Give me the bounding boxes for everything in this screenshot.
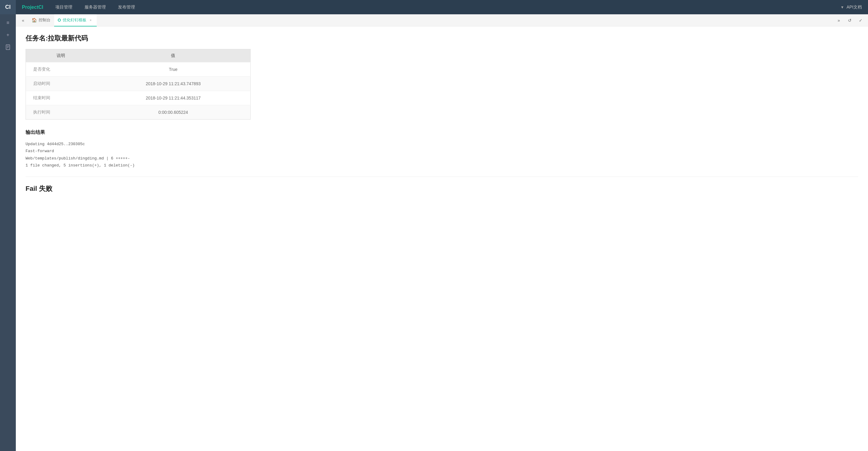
sidebar: ≡ + — [0, 14, 16, 451]
sidebar-docs-icon[interactable] — [0, 41, 16, 53]
row-label-changed: 是否变化 — [26, 62, 96, 77]
home-icon: 🏠 — [32, 18, 37, 23]
logo: CI — [0, 0, 16, 14]
output-content: Updating 4d44d25..230305c Fast-forward W… — [26, 141, 858, 177]
row-label-end: 结束时间 — [26, 91, 96, 105]
task-title: 任务名:拉取最新代码 — [26, 34, 858, 43]
main: « 🏠 控制台 优化钉钉模板 × » ↺ ✓ 任务名:拉取最新代码 — [16, 14, 868, 451]
table-row: 启动时间 2018-10-29 11:21:43.747893 — [26, 77, 251, 91]
tab-confirm-btn[interactable]: ✓ — [856, 16, 866, 25]
tab-close-btn[interactable]: × — [88, 18, 93, 23]
fail-title: Fail 失败 — [26, 184, 858, 193]
tab-dashboard-label: 控制台 — [39, 17, 51, 23]
tab-prev-btn[interactable]: « — [18, 16, 28, 25]
nav-item-release[interactable]: 发布管理 — [112, 0, 141, 14]
output-title: 输出结果 — [26, 129, 858, 136]
row-label-exec: 执行时间 — [26, 105, 96, 120]
svg-rect-0 — [6, 45, 10, 50]
nav-item-project[interactable]: 项目管理 — [49, 0, 79, 14]
api-docs-link[interactable]: API文档 — [846, 5, 862, 10]
row-value-end: 2018-10-29 11:21:44.353117 — [96, 91, 251, 105]
dropdown-icon[interactable]: ▼ — [841, 5, 844, 9]
tabbar: « 🏠 控制台 优化钉钉模板 × » ↺ ✓ — [16, 14, 868, 27]
tab-dashboard[interactable]: 🏠 控制台 — [28, 14, 54, 27]
layout: ≡ + « 🏠 控制台 优化钉钉模板 × » — [0, 14, 868, 451]
row-value-start: 2018-10-29 11:21:43.747893 — [96, 77, 251, 91]
sidebar-menu-icon[interactable]: ≡ — [0, 17, 16, 29]
output-line-1: Updating 4d44d25..230305c — [26, 141, 858, 148]
tabbar-right-actions: » ↺ ✓ — [834, 16, 868, 25]
nav-item-server[interactable]: 服务器管理 — [79, 0, 112, 14]
brand[interactable]: ProjectCI — [16, 5, 49, 10]
sidebar-add-icon[interactable]: + — [0, 29, 16, 41]
output-line-3: Web/templates/publish/dingding.md | 6 ++… — [26, 155, 858, 162]
table-row: 结束时间 2018-10-29 11:21:44.353117 — [26, 91, 251, 105]
circle-icon — [58, 19, 61, 22]
table-row: 是否变化 True — [26, 62, 251, 77]
output-line-2: Fast-forward — [26, 148, 858, 155]
tab-optimize[interactable]: 优化钉钉模板 × — [54, 14, 97, 27]
tab-more-btn[interactable]: » — [834, 16, 844, 25]
table-header-value: 值 — [96, 49, 251, 62]
topbar: CI ProjectCI 项目管理 服务器管理 发布管理 ▼ API文档 — [0, 0, 868, 14]
tab-refresh-btn[interactable]: ↺ — [845, 16, 855, 25]
row-label-start: 启动时间 — [26, 77, 96, 91]
row-value-exec: 0:00:00.605224 — [96, 105, 251, 120]
top-nav: 项目管理 服务器管理 发布管理 — [49, 0, 840, 14]
task-info-table: 说明 值 是否变化 True 启动时间 2018-10-29 11:21:43.… — [26, 49, 251, 120]
content-area: 任务名:拉取最新代码 说明 值 是否变化 True 启动时间 — [16, 27, 868, 451]
topbar-right: ▼ API文档 — [841, 5, 868, 10]
tab-optimize-label: 优化钉钉模板 — [63, 17, 86, 23]
output-line-4: 1 file changed, 5 insertions(+), 1 delet… — [26, 162, 858, 169]
table-row: 执行时间 0:00:00.605224 — [26, 105, 251, 120]
table-header-desc: 说明 — [26, 49, 96, 62]
row-value-changed: True — [96, 62, 251, 77]
